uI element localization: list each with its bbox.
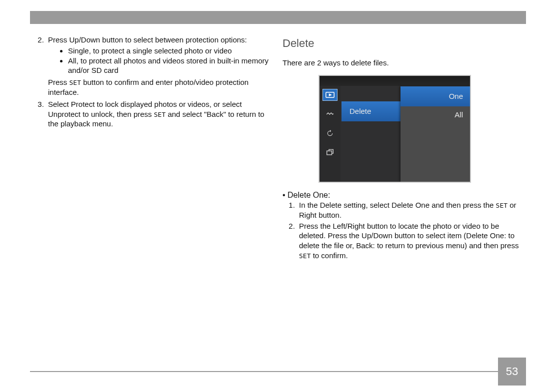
delete-heading: Delete — [282, 37, 524, 50]
delete-one-subheading: • Delete One: — [282, 190, 524, 200]
set-key: SET — [496, 202, 508, 209]
playback-icon — [322, 89, 338, 101]
delete-intro: There are 2 ways to delete files. — [282, 58, 524, 68]
svg-marker-1 — [329, 93, 332, 96]
delete-one-steps: In the Delete setting, select Delete One… — [281, 200, 524, 261]
option-all: All, to protect all photos and videos st… — [68, 56, 269, 76]
camera-menu-sidebar — [320, 86, 340, 182]
set-key: SET — [70, 79, 81, 86]
step-2-text: Press Up/Down button to select between p… — [48, 35, 247, 44]
option-single: Single, to protect a single selected pho… — [68, 46, 269, 56]
step-3: Select Protect to lock displayed photos … — [46, 99, 269, 129]
submenu-option-all: All — [454, 110, 463, 119]
delete-step-1: In the Delete setting, select Delete One… — [297, 200, 524, 220]
menu-item-delete-label: Delete — [350, 107, 371, 115]
left-column: Press Up/Down button to select between p… — [30, 35, 269, 362]
press-set-note: Press SET button to confirm and enter ph… — [48, 77, 269, 97]
header-bar — [30, 11, 526, 24]
set-key: SET — [299, 252, 310, 260]
camera-screen-figure: Delete One All — [318, 75, 471, 183]
camera-screen: Delete One All — [318, 75, 471, 183]
camera-screen-top — [320, 76, 470, 86]
refresh-icon — [323, 128, 337, 139]
svg-marker-2 — [330, 130, 331, 132]
set-key: SET — [154, 111, 166, 118]
output-icon — [323, 147, 337, 158]
protection-options: Single, to protect a single selected pho… — [48, 46, 269, 75]
footer-rule — [30, 371, 510, 372]
page-content: Press Up/Down button to select between p… — [30, 35, 524, 362]
submenu-option-one: One — [400, 86, 470, 106]
right-column: Delete There are 2 ways to delete files. — [281, 35, 524, 362]
settings-icon — [323, 109, 337, 120]
delete-step-2: Press the Left/Right button to locate th… — [297, 221, 524, 261]
protection-steps-list: Press Up/Down button to select between p… — [30, 35, 269, 129]
step-2: Press Up/Down button to select between p… — [46, 35, 269, 97]
page-number: 53 — [498, 358, 526, 386]
camera-menu-main: Delete One All — [342, 86, 470, 182]
svg-rect-3 — [327, 151, 332, 155]
submenu-panel: One All — [400, 86, 470, 182]
